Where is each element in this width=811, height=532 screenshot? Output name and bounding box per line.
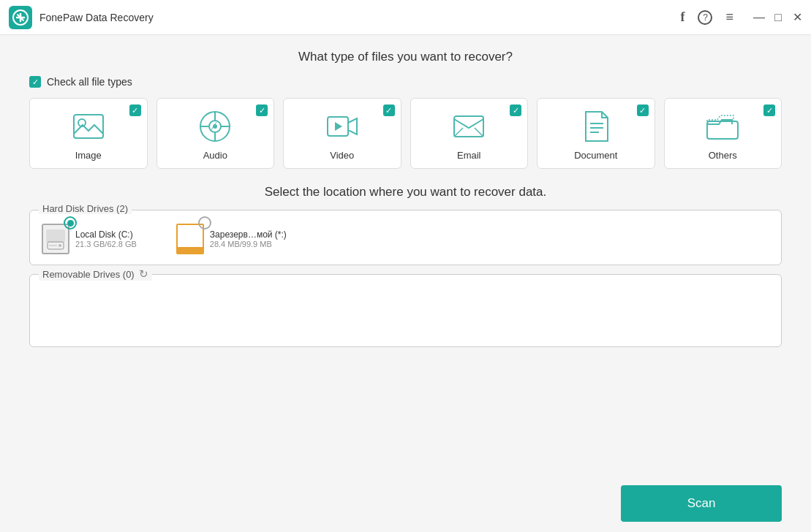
location-section: Select the location where you want to re…	[29, 185, 782, 347]
title-bar: FonePaw Data Recovery f ? ≡ — □ ✕	[0, 0, 811, 35]
email-label: Email	[457, 150, 481, 161]
svg-marker-11	[335, 122, 342, 131]
others-icon	[705, 109, 740, 144]
svg-line-13	[454, 128, 463, 137]
footer: Scan	[0, 475, 811, 532]
minimize-button[interactable]: —	[754, 12, 764, 23]
menu-icon[interactable]: ≡	[725, 10, 733, 25]
svg-rect-12	[454, 116, 483, 137]
document-checkbox[interactable]: ✓	[637, 104, 649, 116]
file-types-grid: ✓ Image ✓	[29, 98, 782, 169]
location-title: Select the location where you want to re…	[29, 185, 782, 200]
audio-checkbox[interactable]: ✓	[256, 104, 268, 116]
close-button[interactable]: ✕	[792, 12, 802, 23]
maximize-button[interactable]: □	[773, 12, 783, 23]
hard-disk-section: Hard Disk Drives (2)	[29, 210, 782, 265]
svg-line-14	[475, 128, 483, 137]
main-content: What type of files you want to recover? …	[0, 35, 811, 475]
svg-point-20	[59, 244, 61, 247]
app-title: FonePaw Data Recovery	[39, 12, 680, 23]
check-all-container: ✓ Check all file types	[29, 76, 782, 88]
drive-items: Local Disk (C:) 21.3 GB/62.8 GB Зарезерв…	[42, 218, 769, 254]
drive-reserved-name: Зарезерв…мой (*:)	[210, 229, 287, 240]
email-checkbox[interactable]: ✓	[510, 104, 521, 116]
audio-label: Audio	[203, 150, 227, 161]
hdd-c-icon	[42, 224, 69, 254]
drive-reserved[interactable]: Зарезерв…мой (*:) 28.4 MB/99.9 MB	[176, 224, 287, 254]
video-checkbox[interactable]: ✓	[383, 104, 395, 116]
drive-reserved-radio[interactable]	[198, 216, 211, 229]
facebook-icon[interactable]: f	[680, 10, 684, 25]
file-type-others[interactable]: ✓ Others	[664, 98, 782, 169]
window-buttons: — □ ✕	[754, 12, 802, 23]
hard-disk-legend: Hard Disk Drives (2)	[39, 203, 132, 214]
video-label: Video	[330, 150, 354, 161]
video-icon	[325, 109, 360, 144]
help-icon[interactable]: ?	[698, 10, 712, 25]
check-all-label: Check all file types	[47, 76, 132, 88]
drive-c-name: Local Disk (C:)	[75, 229, 137, 240]
title-bar-controls: f ? ≡ — □ ✕	[680, 10, 802, 25]
drive-c-size: 21.3 GB/62.8 GB	[75, 240, 137, 248]
image-icon	[71, 109, 106, 144]
scan-button[interactable]: Scan	[621, 485, 782, 522]
drive-reserved-info: Зарезерв…мой (*:) 28.4 MB/99.9 MB	[210, 229, 287, 248]
file-type-email[interactable]: ✓ Email	[410, 98, 529, 169]
file-type-document[interactable]: ✓ Document	[537, 98, 655, 169]
svg-rect-1	[74, 115, 103, 138]
drive-reserved-size: 28.4 MB/99.9 MB	[210, 240, 287, 248]
drive-c-info: Local Disk (C:) 21.3 GB/62.8 GB	[75, 229, 137, 248]
file-type-video[interactable]: ✓ Video	[283, 98, 401, 169]
drive-c-radio[interactable]	[64, 216, 77, 229]
document-icon	[578, 109, 614, 144]
app-logo	[9, 6, 32, 29]
removable-drives-label: Removable Drives (0)	[42, 269, 135, 280]
audio-icon	[197, 109, 233, 144]
reserved-drive-icon	[176, 224, 204, 254]
file-type-section: What type of files you want to recover? …	[29, 50, 782, 185]
refresh-icon[interactable]: ↻	[139, 267, 148, 281]
check-all-checkbox[interactable]: ✓	[29, 76, 41, 88]
others-label: Others	[709, 150, 737, 161]
file-type-audio[interactable]: ✓ Audio	[156, 98, 275, 169]
document-label: Document	[574, 150, 617, 161]
file-type-title: What type of files you want to recover?	[29, 50, 782, 64]
image-checkbox[interactable]: ✓	[129, 104, 141, 116]
removable-drives-section: Removable Drives (0) ↻	[29, 274, 782, 347]
image-label: Image	[75, 150, 102, 161]
others-checkbox[interactable]: ✓	[763, 104, 775, 116]
email-icon	[451, 109, 486, 144]
file-type-image[interactable]: ✓ Image	[29, 98, 148, 169]
drive-local-c[interactable]: Local Disk (C:) 21.3 GB/62.8 GB	[42, 224, 137, 254]
